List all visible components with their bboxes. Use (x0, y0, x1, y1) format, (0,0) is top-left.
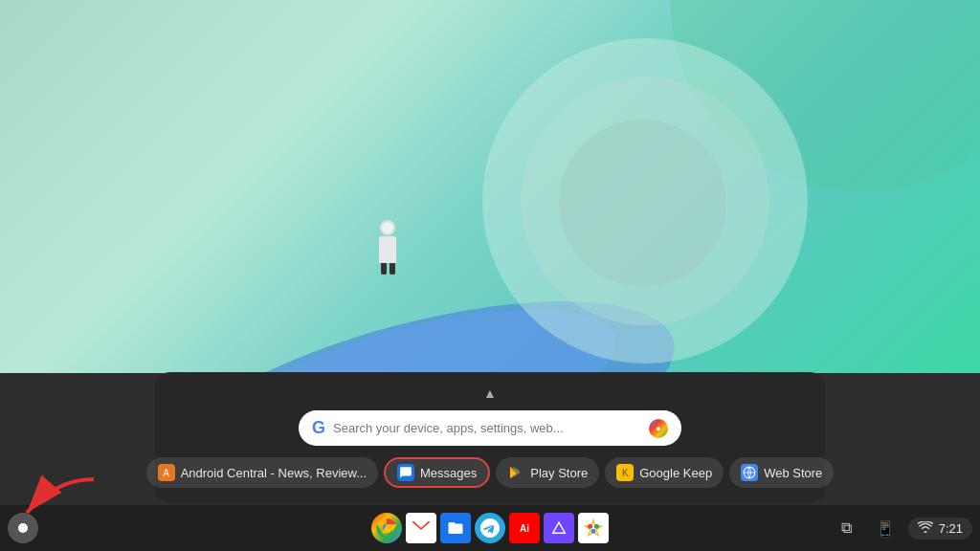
launcher-dot (18, 523, 28, 533)
igloo-inner (559, 120, 726, 287)
app-chip-play-store[interactable]: Play Store (496, 457, 599, 488)
android-central-icon: A (158, 464, 175, 481)
wallpaper (0, 0, 980, 373)
google-keep-icon: K (616, 464, 634, 481)
taskbar-app-telegram[interactable] (475, 513, 505, 543)
phone-icon[interactable]: 📱 (870, 513, 901, 543)
web-store-icon (741, 464, 758, 481)
app-chip-google-keep[interactable]: KGoogle Keep (605, 457, 724, 488)
svg-point-8 (594, 524, 599, 529)
app-chip-web-store[interactable]: Web Store (729, 457, 834, 488)
google-keep-label: Google Keep (639, 466, 712, 480)
google-logo: G (312, 418, 325, 438)
app-suggestions-row: AAndroid Central - News, Review...Messag… (174, 457, 806, 488)
taskbar-center-apps: Ai (371, 513, 609, 543)
taskbar-app-adobe[interactable]: Ai (509, 513, 540, 543)
svg-point-9 (591, 529, 596, 534)
taskbar: Ai ⧉ 📱 7:21 (0, 505, 980, 551)
svg-point-7 (588, 524, 592, 529)
search-placeholder: Search your device, apps, settings, web.… (333, 421, 641, 435)
play-store-label: Play Store (530, 466, 588, 480)
messages-icon (397, 464, 414, 481)
wifi-icon (918, 521, 933, 536)
google-assistant-icon[interactable]: ● (649, 419, 668, 438)
launcher-chevron[interactable]: ▲ (174, 386, 806, 401)
web-store-label: Web Store (764, 466, 822, 480)
screen-mirror-icon[interactable]: ⧉ (832, 513, 862, 543)
taskbar-app-photos[interactable] (578, 513, 609, 543)
launcher-button[interactable] (8, 513, 38, 543)
taskbar-app-gmail[interactable] (406, 513, 436, 543)
taskbar-app-files[interactable] (440, 513, 471, 543)
time-display: 7:21 (939, 521, 963, 536)
taskbar-right: ⧉ 📱 7:21 (832, 513, 972, 543)
search-bar[interactable]: G Search your device, apps, settings, we… (299, 410, 681, 446)
messages-label: Messages (420, 466, 477, 480)
android-central-label: Android Central - News, Review... (181, 466, 367, 480)
app-chip-messages[interactable]: Messages (384, 457, 490, 488)
app-chip-android-central[interactable]: AAndroid Central - News, Review... (146, 457, 378, 488)
play-store-icon (507, 464, 524, 481)
person-figure (373, 220, 402, 277)
taskbar-app-chrome[interactable] (371, 513, 402, 543)
taskbar-app-kapwing[interactable] (544, 513, 574, 543)
status-area[interactable]: 7:21 (908, 518, 972, 540)
launcher-panel: ▲ G Search your device, apps, settings, … (155, 372, 825, 503)
taskbar-left (8, 513, 38, 543)
